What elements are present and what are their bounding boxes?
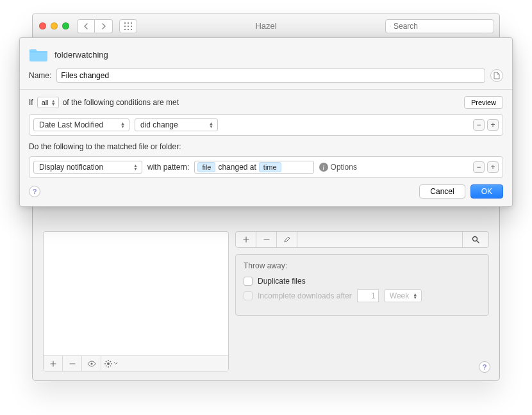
remove-action-button[interactable]: −	[473, 161, 485, 173]
window-controls	[39, 22, 69, 29]
stepper-icon: ▲▼	[133, 164, 138, 170]
sheet-footer: ? Cancel OK	[29, 184, 503, 199]
svg-rect-8	[131, 29, 132, 30]
preview-folder-button[interactable]	[82, 356, 101, 371]
parent-help-button[interactable]: ?	[479, 361, 490, 373]
if-label: If	[29, 98, 33, 107]
remove-folder-button[interactable]	[63, 356, 82, 371]
sheet-help-button[interactable]: ?	[29, 186, 40, 197]
titlebar: Hazel	[33, 13, 499, 39]
pattern-options-button[interactable]: i Options	[319, 163, 357, 172]
action-row: Display notification ▲▼ with pattern: fi…	[29, 156, 503, 178]
actions-section-label: Do the following to the matched file or …	[29, 142, 503, 151]
search-icon	[390, 22, 391, 30]
rule-editor-sheet: folderwatching Name: If all ▲▼ of the fo…	[19, 37, 513, 207]
folder-settings-button[interactable]	[101, 356, 121, 371]
rules-toolbar	[235, 231, 489, 248]
condition-comparator-value: did change	[140, 120, 178, 129]
plus-icon	[50, 361, 56, 367]
svg-rect-4	[128, 26, 129, 27]
eye-icon	[87, 361, 96, 367]
folder-list-toolbar	[44, 355, 228, 371]
chevron-down-icon	[113, 362, 118, 365]
forward-button[interactable]	[95, 19, 113, 33]
edit-rule-button[interactable]	[277, 232, 297, 247]
cancel-button[interactable]: Cancel	[419, 184, 465, 199]
pattern-token-file[interactable]: file	[197, 162, 215, 172]
svg-point-21	[473, 237, 478, 241]
back-button[interactable]	[77, 19, 95, 33]
add-rule-button[interactable]	[236, 232, 256, 247]
add-condition-button[interactable]: +	[487, 119, 499, 131]
svg-line-17	[106, 361, 106, 362]
rules-right-pane: Throw away: Duplicate files Incomplete d…	[235, 231, 489, 371]
action-type-value: Display notification	[39, 163, 103, 172]
svg-rect-1	[128, 22, 129, 24]
stepper-icon: ▲▼	[209, 122, 213, 128]
svg-rect-0	[124, 22, 126, 24]
duplicate-files-checkbox[interactable]	[244, 277, 253, 286]
condition-scope-value: all	[42, 99, 49, 106]
stepper-icon: ▲▼	[413, 293, 417, 299]
ok-button[interactable]: OK	[470, 184, 503, 199]
background-lower-section: Throw away: Duplicate files Incomplete d…	[33, 231, 499, 380]
preview-button[interactable]: Preview	[464, 96, 503, 109]
remove-condition-button[interactable]: −	[473, 119, 485, 131]
minimize-window-button[interactable]	[51, 22, 58, 29]
svg-line-10	[390, 26, 391, 27]
pattern-token-time[interactable]: time	[259, 162, 281, 172]
rules-search-button[interactable]	[463, 232, 488, 247]
incomplete-downloads-label: Incomplete downloads after	[258, 291, 352, 300]
folder-list-pane	[43, 231, 229, 371]
svg-point-9	[390, 26, 390, 26]
pencil-icon	[284, 236, 290, 243]
document-icon	[494, 72, 500, 79]
svg-rect-3	[124, 26, 126, 27]
nav-back-forward	[77, 19, 113, 33]
close-window-button[interactable]	[39, 22, 46, 29]
incomplete-downloads-number-field[interactable]	[357, 289, 379, 302]
throw-away-panel: Throw away: Duplicate files Incomplete d…	[235, 254, 489, 316]
throw-away-heading: Throw away:	[244, 261, 481, 270]
stepper-icon: ▲▼	[121, 122, 125, 128]
svg-line-20	[106, 365, 106, 366]
with-pattern-label: with pattern:	[147, 163, 189, 172]
remove-rule-button[interactable]	[256, 232, 277, 247]
pattern-literal-text: changed at	[218, 163, 256, 172]
action-type-select[interactable]: Display notification ▲▼	[33, 161, 142, 174]
condition-attribute-value: Date Last Modified	[39, 120, 103, 129]
svg-rect-2	[131, 22, 132, 24]
incomplete-downloads-unit-select[interactable]: Week ▲▼	[384, 289, 422, 302]
minus-icon	[69, 361, 76, 367]
condition-attribute-select[interactable]: Date Last Modified ▲▼	[33, 118, 129, 131]
zoom-window-button[interactable]	[62, 22, 69, 29]
svg-line-19	[110, 361, 110, 362]
folder-list[interactable]	[44, 232, 228, 355]
condition-scope-select[interactable]: all ▲▼	[37, 97, 59, 108]
svg-point-12	[107, 362, 110, 365]
folder-header: folderwatching	[29, 47, 503, 62]
pattern-options-label: Options	[331, 163, 357, 172]
info-icon: i	[319, 163, 328, 172]
rule-name-label: Name:	[29, 71, 51, 80]
notes-button[interactable]	[490, 69, 503, 82]
stepper-icon: ▲▼	[51, 99, 56, 106]
grid-view-button[interactable]	[119, 19, 137, 33]
folder-icon	[29, 47, 48, 62]
add-folder-button[interactable]	[44, 356, 63, 371]
rule-name-input[interactable]	[56, 69, 485, 83]
svg-rect-6	[124, 29, 126, 30]
if-suffix-label: of the following conditions are met	[63, 98, 179, 107]
search-field[interactable]	[385, 19, 494, 33]
chevron-left-icon	[83, 23, 88, 29]
minus-icon	[263, 236, 270, 243]
svg-rect-5	[131, 26, 132, 27]
condition-row: Date Last Modified ▲▼ did change ▲▼ − +	[29, 114, 503, 136]
incomplete-downloads-checkbox[interactable]	[244, 291, 253, 300]
condition-comparator-select[interactable]: did change ▲▼	[135, 118, 218, 131]
gear-icon	[104, 360, 112, 368]
search-input[interactable]	[394, 22, 490, 31]
pattern-field[interactable]: file changed at time	[194, 161, 313, 174]
add-action-button[interactable]: +	[487, 161, 499, 173]
grid-icon	[124, 22, 132, 30]
